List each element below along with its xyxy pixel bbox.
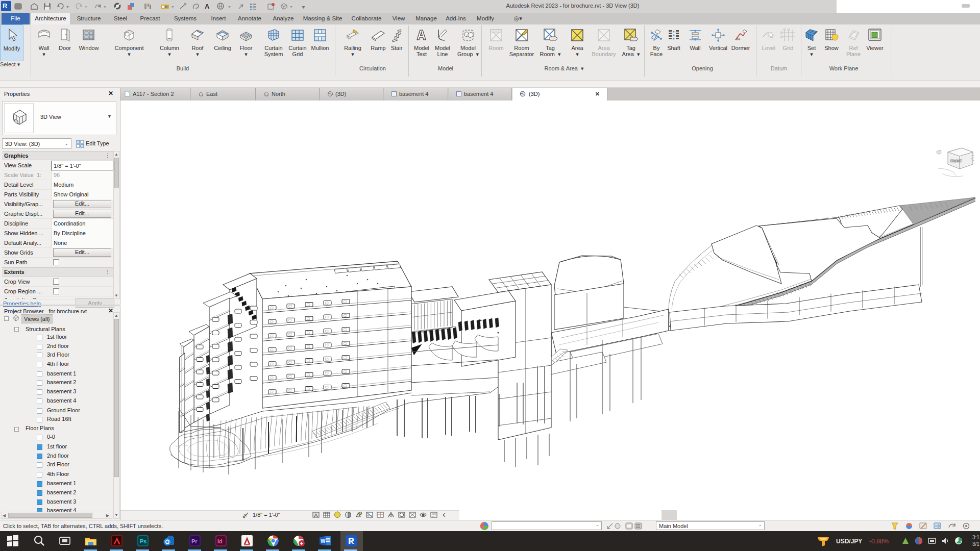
svg-text:Pr: Pr xyxy=(191,538,198,544)
svg-text:FRONT: FRONT xyxy=(950,159,962,163)
svg-text:Ps: Ps xyxy=(140,538,146,544)
svg-text:Id: Id xyxy=(217,538,223,544)
svg-text:W: W xyxy=(321,538,326,544)
